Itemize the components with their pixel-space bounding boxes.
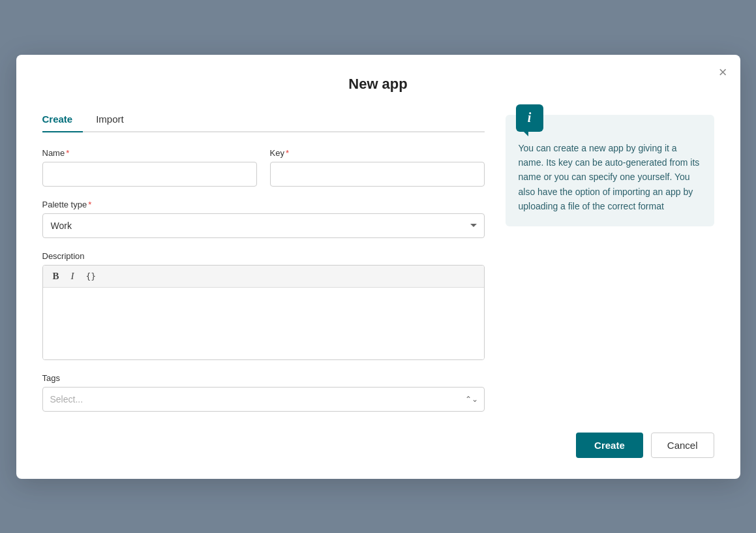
modal-title: New app	[348, 76, 407, 92]
info-panel: i You can create a new app by giving it …	[506, 115, 714, 227]
palette-type-group: Palette type* Work Personal Other	[42, 200, 485, 238]
key-group: Key*	[270, 148, 485, 187]
modal-footer: Create Cancel	[42, 433, 714, 458]
create-button[interactable]: Create	[576, 433, 643, 458]
bold-button[interactable]: B	[50, 269, 63, 283]
cancel-button[interactable]: Cancel	[651, 433, 714, 458]
tags-select-wrapper: ⌃⌄ Select...	[42, 387, 485, 412]
info-icon-bubble: i	[516, 104, 543, 132]
modal-form: Create Import Name*	[42, 108, 485, 412]
tab-import[interactable]: Import	[96, 108, 134, 132]
description-group: Description B I {}	[42, 251, 485, 360]
tab-bar: Create Import	[42, 108, 485, 132]
italic-button[interactable]: I	[68, 269, 78, 283]
name-label: Name*	[42, 148, 257, 158]
description-input[interactable]	[43, 288, 484, 359]
name-required: *	[66, 148, 69, 158]
modal-header: New app	[42, 76, 714, 93]
tags-label: Tags	[42, 373, 485, 383]
description-editor: B I {}	[42, 265, 485, 360]
close-button[interactable]: ×	[719, 65, 727, 80]
palette-required: *	[88, 200, 91, 209]
info-text: You can create a new app by giving it a …	[519, 141, 701, 214]
palette-type-select[interactable]: Work Personal Other	[42, 213, 485, 238]
key-input[interactable]	[270, 162, 485, 187]
code-button[interactable]: {}	[83, 270, 100, 282]
info-icon: i	[528, 110, 532, 125]
tags-select[interactable]	[42, 387, 485, 412]
key-label: Key*	[270, 148, 485, 158]
name-input[interactable]	[42, 162, 257, 187]
palette-type-label: Palette type*	[42, 200, 485, 209]
info-panel-container: i You can create a new app by giving it …	[506, 108, 714, 412]
tab-create[interactable]: Create	[42, 108, 83, 132]
name-group: Name*	[42, 148, 257, 187]
modal-overlay: New app × Create Import	[0, 0, 756, 533]
description-label: Description	[42, 251, 485, 261]
modal-body: Create Import Name*	[42, 108, 714, 412]
name-key-row: Name* Key*	[42, 148, 485, 187]
key-required: *	[286, 148, 289, 158]
editor-toolbar: B I {}	[43, 266, 484, 288]
tags-group: Tags ⌃⌄ Select...	[42, 373, 485, 412]
new-app-modal: New app × Create Import	[16, 55, 740, 479]
